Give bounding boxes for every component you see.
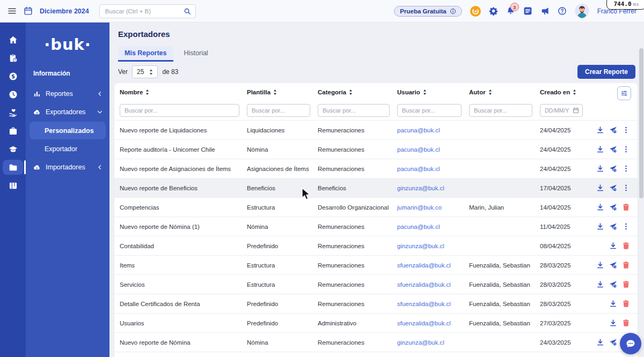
table-row[interactable]: Reporte auditoría - Unicomer ChileNómina… xyxy=(114,140,638,159)
download-icon[interactable] xyxy=(596,203,604,211)
filter-input-usuario[interactable] xyxy=(397,104,462,117)
download-icon[interactable] xyxy=(596,184,604,192)
column-header-nombre[interactable]: Nombre xyxy=(120,89,247,95)
table-row[interactable]: UsuariosPredefinidoAdministrativosfuenza… xyxy=(114,314,638,333)
help-button[interactable] xyxy=(558,6,567,16)
table-row[interactable]: Nuevo reporte de BeneficiosBeneficiosBen… xyxy=(114,178,638,198)
delete-icon[interactable] xyxy=(622,242,630,250)
kebab-menu-icon[interactable] xyxy=(622,184,630,192)
schedule-send-icon[interactable] xyxy=(609,261,617,269)
download-icon[interactable] xyxy=(596,338,604,346)
tab-mis-reportes[interactable]: Mis Reportes xyxy=(118,46,173,62)
cell-usuario[interactable]: pacuna@buk.cl xyxy=(397,146,469,153)
menu-toggle-button[interactable] xyxy=(8,6,17,16)
filter-input-autor[interactable] xyxy=(469,104,532,117)
date-filter[interactable] xyxy=(540,104,583,117)
filter-input-nombre[interactable] xyxy=(120,104,239,117)
search-icon[interactable] xyxy=(184,8,191,15)
rail-item-training[interactable] xyxy=(0,140,26,158)
cell-usuario[interactable]: ginzunza@buk.cl xyxy=(397,185,469,191)
table-row[interactable]: ItemsEstructuraRemuneracionessfuenzalida… xyxy=(114,256,638,275)
column-header-usuario[interactable]: Usuario xyxy=(397,89,469,95)
column-settings-button[interactable] xyxy=(617,86,631,100)
global-search[interactable] xyxy=(99,4,196,18)
delete-icon[interactable] xyxy=(622,203,630,211)
notifications-button[interactable]: 3 xyxy=(506,6,515,16)
column-header-categoria[interactable]: Categoría xyxy=(318,89,397,95)
delete-icon[interactable] xyxy=(622,300,630,308)
kebab-menu-icon[interactable] xyxy=(622,126,630,134)
sidebar-item-exportadores[interactable]: Exportadores xyxy=(26,103,109,121)
download-icon[interactable] xyxy=(596,126,604,134)
period-selector[interactable]: Diciembre 2024 xyxy=(40,8,89,15)
schedule-send-icon[interactable] xyxy=(609,203,617,211)
download-icon[interactable] xyxy=(596,145,604,153)
schedule-send-icon[interactable] xyxy=(609,165,617,173)
rail-item-documents[interactable] xyxy=(0,158,26,176)
cell-usuario[interactable]: sfuenzalida@buk.cl xyxy=(397,281,469,288)
cell-usuario[interactable]: sfuenzalida@buk.cl xyxy=(397,301,469,307)
column-header-creado-en[interactable]: Creado en xyxy=(540,89,591,95)
cell-usuario[interactable]: sfuenzalida@buk.cl xyxy=(397,262,469,269)
table-row[interactable]: ServiciosEstructuraRemuneracionessfuenza… xyxy=(114,275,638,294)
download-icon[interactable] xyxy=(609,319,617,327)
settings-button[interactable] xyxy=(489,6,498,16)
kebab-menu-icon[interactable] xyxy=(622,165,630,173)
avatar[interactable] xyxy=(575,4,589,18)
download-icon[interactable] xyxy=(609,300,617,308)
delete-icon[interactable] xyxy=(622,280,630,288)
table-row[interactable]: Detalle Certificados de RentaPredefinido… xyxy=(114,294,638,314)
rail-item-toolbox[interactable] xyxy=(0,122,26,140)
create-report-button[interactable]: Crear Reporte xyxy=(577,65,635,79)
schedule-send-icon[interactable] xyxy=(609,184,617,192)
scrollbar-thumb[interactable] xyxy=(639,48,643,198)
page-size-select[interactable]: 25 xyxy=(132,65,158,78)
schedule-send-icon[interactable] xyxy=(609,338,617,346)
filter-input-categoria[interactable] xyxy=(318,104,390,117)
download-icon[interactable] xyxy=(596,261,604,269)
table-row[interactable]: Nuevo reporte de Nómina (1)NóminaRemuner… xyxy=(114,217,638,236)
coins-button[interactable] xyxy=(470,6,481,17)
cell-usuario[interactable]: sfuenzalida@buk.cl xyxy=(397,320,469,326)
schedule-send-icon[interactable] xyxy=(609,222,617,230)
cell-usuario[interactable]: ginzunza@buk.cl xyxy=(397,243,469,249)
delete-icon[interactable] xyxy=(622,319,630,327)
schedule-send-icon[interactable] xyxy=(609,145,617,153)
sidebar-item-personalizados[interactable]: Personalizados xyxy=(30,122,106,139)
rail-item-time[interactable] xyxy=(0,85,26,103)
rail-item-home[interactable] xyxy=(0,31,26,49)
kebab-menu-icon[interactable] xyxy=(622,222,630,230)
download-icon[interactable] xyxy=(596,280,604,288)
cell-usuario[interactable]: jumarin@buk.co xyxy=(397,204,469,211)
kebab-menu-icon[interactable] xyxy=(622,145,630,153)
sidebar-item-importadores[interactable]: Importadores xyxy=(26,158,109,176)
sidebar-item-exportador[interactable]: Exportador xyxy=(30,140,106,158)
cell-usuario[interactable]: ginzunza@buk.cl xyxy=(397,339,469,346)
tab-historial[interactable]: Historial xyxy=(178,46,215,62)
filter-input-plantilla[interactable] xyxy=(247,104,310,117)
period-calendar-button[interactable] xyxy=(24,6,33,16)
rail-item-benefits[interactable] xyxy=(0,103,26,122)
cell-usuario[interactable]: pacuna@buk.cl xyxy=(397,224,469,230)
download-icon[interactable] xyxy=(609,242,617,250)
cell-usuario[interactable]: pacuna@buk.cl xyxy=(397,127,469,133)
table-row[interactable]: Nuevo reporte de LiquidacionesLiquidacio… xyxy=(114,121,638,140)
schedule-send-icon[interactable] xyxy=(609,280,617,288)
cell-usuario[interactable]: pacuna@buk.cl xyxy=(397,166,469,172)
table-row[interactable]: ContabilidadPredefinidoRemuneracionesgin… xyxy=(114,236,638,256)
scrollbar[interactable] xyxy=(639,47,643,356)
trial-badge[interactable]: Prueba Gratuita xyxy=(394,6,462,17)
date-filter-input[interactable] xyxy=(544,107,570,114)
download-icon[interactable] xyxy=(596,165,604,173)
rail-item-money[interactable]: $ xyxy=(0,67,26,85)
delete-icon[interactable] xyxy=(622,261,630,269)
search-input[interactable] xyxy=(104,8,184,15)
table-row[interactable]: Nuevo reporte de Asignaciones de ÍtemsAs… xyxy=(114,159,638,178)
column-header-plantilla[interactable]: Plantilla xyxy=(247,89,318,95)
column-header-autor[interactable]: Autor xyxy=(469,89,540,95)
sidebar-item-reportes[interactable]: Reportes xyxy=(26,85,109,103)
chat-button[interactable] xyxy=(620,333,641,354)
news-button[interactable] xyxy=(523,6,532,16)
rail-item-boards[interactable] xyxy=(0,176,26,195)
download-icon[interactable] xyxy=(596,222,604,230)
